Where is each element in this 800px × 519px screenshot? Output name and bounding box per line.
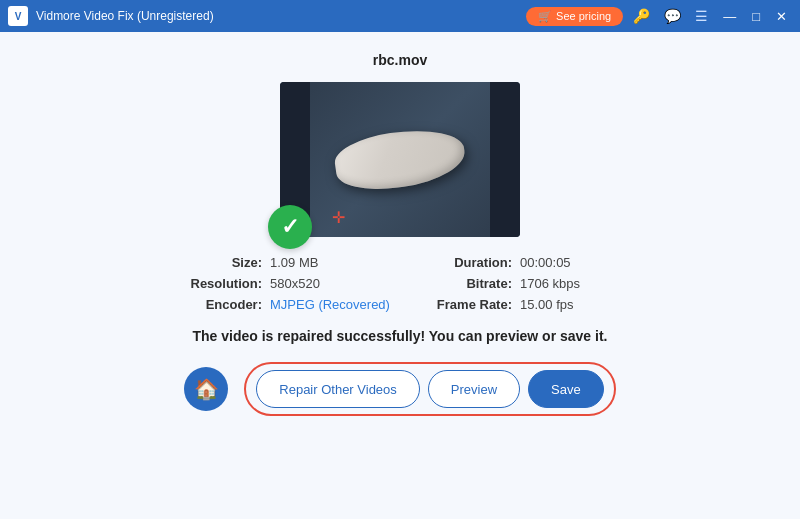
encoder-label: Encoder: — [150, 297, 270, 312]
chat-icon[interactable]: 💬 — [660, 6, 685, 26]
size-value: 1.09 MB — [270, 255, 400, 270]
size-label: Size: — [150, 255, 270, 270]
repair-other-button[interactable]: Repair Other Videos — [256, 370, 420, 408]
home-button[interactable]: 🏠 — [184, 367, 228, 411]
save-button[interactable]: Save — [528, 370, 604, 408]
resolution-value: 580x520 — [270, 276, 400, 291]
actions-box: Repair Other Videos Preview Save — [244, 362, 615, 416]
video-filename: rbc.mov — [373, 52, 427, 68]
title-bar: V Vidmore Video Fix (Unregistered) 🛒 See… — [0, 0, 800, 32]
framerate-label: Frame Rate: — [400, 297, 520, 312]
video-inner — [280, 82, 520, 237]
title-bar-right: 🛒 See pricing 🔑 💬 ☰ — □ ✕ — [526, 6, 792, 26]
main-content: rbc.mov ✓ ✛ Size: 1.09 MB Duration: 00:0… — [0, 32, 800, 519]
home-icon: 🏠 — [194, 377, 219, 401]
pricing-label: See pricing — [556, 10, 611, 22]
menu-icon[interactable]: ☰ — [691, 6, 712, 26]
duration-label: Duration: — [400, 255, 520, 270]
app-title: Vidmore Video Fix (Unregistered) — [36, 9, 214, 23]
app-logo: V — [8, 6, 28, 26]
minimize-button[interactable]: — — [718, 7, 741, 26]
video-preview-container: ✓ ✛ — [280, 82, 520, 237]
title-bar-left: V Vidmore Video Fix (Unregistered) — [8, 6, 214, 26]
close-button[interactable]: ✕ — [771, 7, 792, 26]
video-side-right — [490, 82, 520, 237]
cart-icon: 🛒 — [538, 10, 552, 23]
check-icon: ✓ — [281, 214, 299, 240]
bitrate-label: Bitrate: — [400, 276, 520, 291]
bitrate-value: 1706 kbps — [520, 276, 650, 291]
video-info-table: Size: 1.09 MB Duration: 00:00:05 Resolut… — [150, 255, 650, 312]
maximize-button[interactable]: □ — [747, 7, 765, 26]
preview-button[interactable]: Preview — [428, 370, 520, 408]
video-thumbnail-object — [332, 123, 468, 196]
resolution-label: Resolution: — [150, 276, 270, 291]
duration-value: 00:00:05 — [520, 255, 650, 270]
see-pricing-button[interactable]: 🛒 See pricing — [526, 7, 623, 26]
success-message: The video is repaired successfully! You … — [193, 328, 608, 344]
encoder-value: MJPEG (Recovered) — [270, 297, 400, 312]
bottom-bar: 🏠 Repair Other Videos Preview Save — [20, 362, 780, 416]
success-check-badge: ✓ — [268, 205, 312, 249]
key-icon[interactable]: 🔑 — [629, 6, 654, 26]
cursor-indicator: ✛ — [332, 208, 345, 227]
framerate-value: 15.00 fps — [520, 297, 650, 312]
